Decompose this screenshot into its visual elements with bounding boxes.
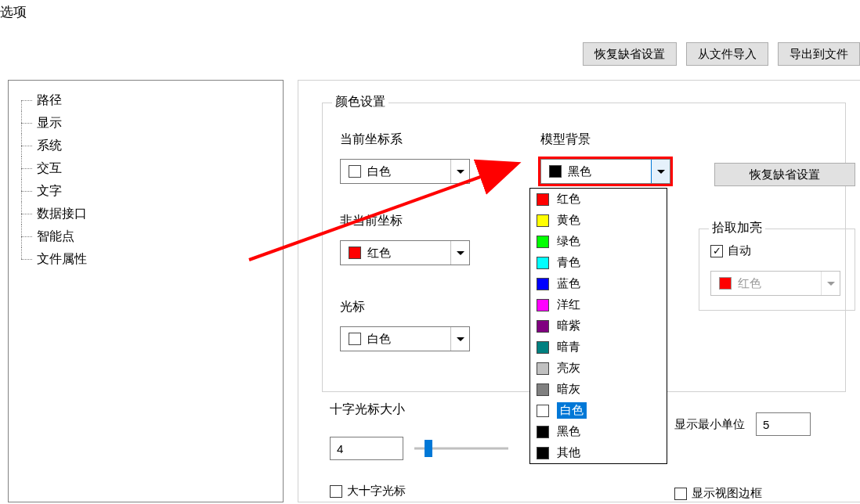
color-swatch [537, 320, 549, 333]
color-swatch [349, 247, 361, 259]
cursor-color-combo[interactable]: 白色 [340, 326, 470, 351]
chevron-down-icon [450, 160, 469, 183]
min-unit-label: 显示最小单位 [674, 417, 745, 432]
tree-item[interactable]: 路径 [15, 88, 276, 111]
color-swatch [537, 405, 549, 417]
color-swatch [537, 278, 549, 290]
dropdown-item[interactable]: 黑色 [530, 421, 667, 442]
export-to-file-button[interactable]: 导出到文件 [778, 42, 860, 66]
color-swatch [349, 165, 361, 178]
color-swatch [537, 193, 549, 206]
color-swatch [549, 165, 562, 178]
cross-cursor-size-slider[interactable] [414, 439, 508, 458]
dropdown-item[interactable]: 亮灰 [530, 358, 667, 379]
import-from-file-button[interactable]: 从文件导入 [686, 42, 768, 66]
show-view-border-checkbox[interactable]: 显示视图边框 [674, 486, 762, 501]
tree-item[interactable]: 文件属性 [15, 247, 276, 270]
slider-thumb[interactable] [425, 440, 432, 457]
min-unit-input[interactable] [756, 412, 811, 436]
non-current-coord-combo[interactable]: 红色 [340, 240, 470, 265]
dropdown-item[interactable]: 白色 [530, 400, 667, 421]
chevron-down-icon [821, 272, 840, 295]
color-swatch [537, 426, 549, 438]
color-swatch [537, 383, 549, 396]
highlight-group-title: 拾取加亮 [709, 220, 765, 236]
color-swatch [537, 299, 549, 311]
chevron-down-icon [450, 241, 469, 265]
tree-item[interactable]: 显示 [15, 111, 276, 134]
big-cross-cursor-checkbox[interactable]: 大十字光标 [330, 484, 508, 499]
tree-item[interactable]: 智能点 [15, 225, 276, 247]
dropdown-item[interactable]: 暗紫 [530, 315, 667, 337]
dropdown-item[interactable]: 红色 [530, 189, 667, 210]
color-swatch [537, 214, 549, 227]
top-button-bar: 恢复缺省设置 从文件导入 导出到文件 [583, 42, 860, 66]
model-bg-label: 模型背景 [540, 131, 670, 148]
color-swatch [537, 341, 549, 354]
category-tree: 路径 显示 系统 交互 文字 数据接口 智能点 文件属性 [8, 80, 284, 502]
cross-cursor-size-input[interactable] [330, 437, 403, 460]
color-swatch [537, 362, 549, 375]
chevron-down-icon [450, 327, 469, 351]
cross-cursor-size-label: 十字光标大小 [330, 401, 508, 418]
highlight-color-combo: 红色 [710, 271, 840, 296]
auto-highlight-checkbox[interactable]: ✓ 自动 [710, 243, 844, 258]
checkbox-icon: ✓ [710, 245, 723, 257]
dropdown-item[interactable]: 青色 [530, 252, 667, 273]
color-swatch [349, 333, 361, 345]
dropdown-item[interactable]: 黄色 [530, 210, 667, 231]
non-current-coord-label: 非当前坐标 [340, 213, 470, 229]
cursor-color-label: 光标 [340, 299, 470, 315]
restore-color-defaults-button[interactable]: 恢复缺省设置 [714, 163, 855, 186]
group-title: 颜色设置 [332, 94, 388, 110]
dropdown-item[interactable]: 洋红 [530, 294, 667, 315]
model-bg-combo[interactable]: 黑色 [540, 159, 670, 184]
color-swatch [719, 277, 732, 290]
tree-item[interactable]: 文字 [15, 179, 276, 202]
current-coord-label: 当前坐标系 [340, 131, 470, 148]
current-coord-combo[interactable]: 白色 [340, 159, 470, 184]
color-swatch [537, 236, 549, 248]
dropdown-item[interactable]: 暗灰 [530, 379, 667, 400]
restore-defaults-button[interactable]: 恢复缺省设置 [583, 42, 677, 66]
tree-item[interactable]: 交互 [15, 157, 276, 179]
color-swatch [537, 447, 549, 459]
dropdown-item[interactable]: 暗青 [530, 337, 667, 358]
tree-item[interactable]: 数据接口 [15, 202, 276, 225]
color-swatch [537, 257, 549, 269]
dropdown-item[interactable]: 蓝色 [530, 273, 667, 294]
dropdown-item[interactable]: 绿色 [530, 231, 667, 252]
checkbox-icon [330, 485, 342, 498]
window-title: 选项 [0, 3, 27, 21]
dropdown-item[interactable]: 其他 [530, 442, 667, 463]
checkbox-icon [674, 488, 687, 500]
tree-item[interactable]: 系统 [15, 134, 276, 157]
color-dropdown-list[interactable]: 红色黄色绿色青色蓝色洋红暗紫暗青亮灰暗灰白色黑色其他 [529, 188, 667, 464]
chevron-down-icon [651, 160, 670, 183]
